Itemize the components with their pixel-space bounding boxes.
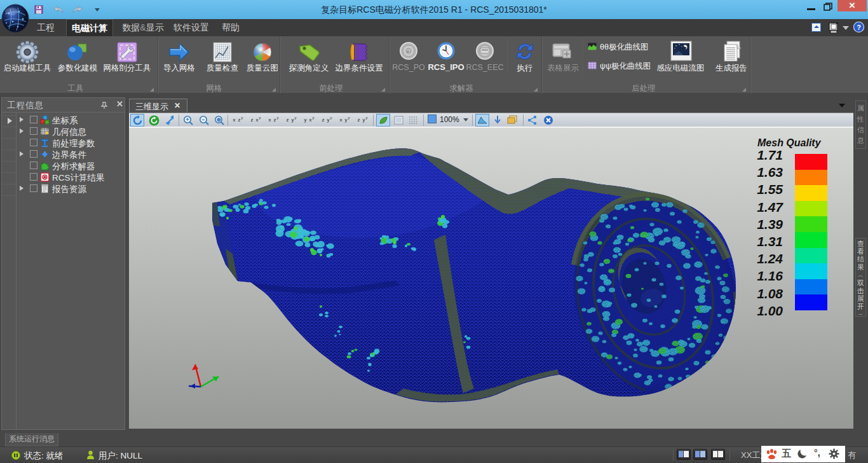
svg-text:?: ? [857, 24, 861, 31]
svg-text:+: + [186, 116, 189, 123]
svg-text:−: − [202, 116, 205, 123]
svg-text:⊕: ⊕ [216, 116, 220, 123]
